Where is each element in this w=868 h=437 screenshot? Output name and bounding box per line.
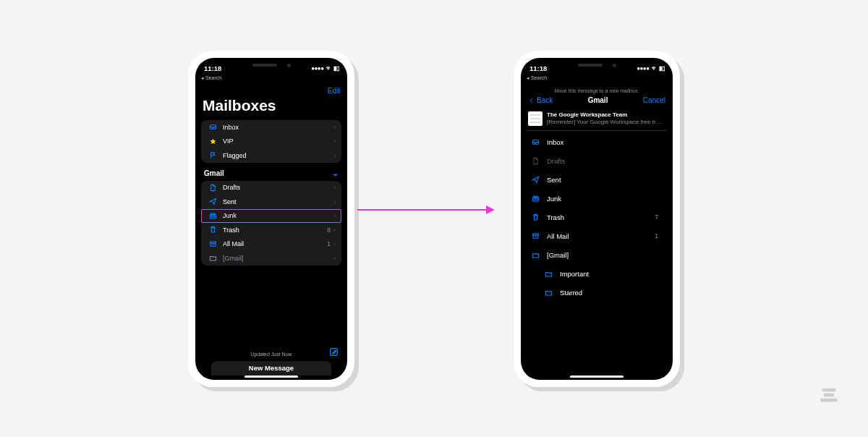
updated-status: Updated Just Now — [195, 352, 347, 357]
folder-icon — [528, 251, 542, 259]
junk-icon — [528, 195, 542, 203]
account-mailboxes: Drafts › Sent › Junk › — [201, 181, 341, 266]
chevron-down-icon: ⌄ — [332, 169, 339, 178]
row-flagged[interactable]: Flagged › — [201, 148, 341, 163]
phone-move-message: 11:18 ●●●●ᯤ▮▯ ◂ Search Move this message… — [514, 51, 680, 387]
folder-icon — [207, 254, 218, 262]
message-preview: The Google Workspace Team [Reminder] You… — [527, 110, 667, 131]
row-sent[interactable]: Sent › — [201, 195, 341, 209]
back-to-search[interactable]: ◂ Search — [201, 75, 221, 81]
dest-junk[interactable]: Junk — [527, 189, 667, 208]
row-drafts[interactable]: Drafts › — [201, 181, 341, 195]
row-trash[interactable]: Trash 8 › — [201, 223, 341, 237]
dest-drafts: Drafts — [527, 151, 667, 170]
status-icons: ●●●●ᯤ▮▯ — [637, 65, 664, 72]
dest-inbox[interactable]: Inbox — [527, 132, 667, 151]
chevron-right-icon: › — [333, 152, 336, 159]
chevron-right-icon: › — [333, 124, 336, 131]
dest-gmail-folder[interactable]: [Gmail] — [527, 245, 667, 264]
star-icon — [207, 137, 218, 145]
dest-allmail[interactable]: All Mail 1 — [527, 226, 667, 245]
clock: 11:18 — [529, 64, 547, 72]
row-gmail-folder[interactable]: [Gmail] › — [201, 251, 341, 266]
row-inbox[interactable]: Inbox › — [201, 120, 341, 135]
svg-rect-8 — [820, 399, 837, 402]
chevron-right-icon: › — [333, 137, 336, 145]
send-icon — [207, 198, 218, 205]
svg-rect-6 — [822, 389, 836, 392]
cancel-button[interactable]: Cancel — [643, 96, 665, 104]
send-icon — [528, 176, 542, 184]
dest-trash[interactable]: Trash 7 — [527, 208, 667, 226]
doc-icon — [207, 184, 218, 192]
trash-icon — [207, 226, 218, 234]
message-subject: [Reminder] Your Google Workspace free tr… — [547, 119, 663, 126]
phone-mailboxes: 11:18 ●●●●ᯤ▮▯ ◂ Search Edit Mailboxes In… — [188, 51, 354, 387]
trash-icon — [528, 213, 542, 221]
row-vip[interactable]: VIP › — [201, 135, 341, 149]
dest-important[interactable]: Important — [527, 264, 667, 283]
dest-sent[interactable]: Sent — [527, 170, 667, 189]
svg-marker-5 — [486, 205, 495, 214]
account-header[interactable]: Gmail ⌄ — [204, 169, 339, 178]
edit-button[interactable]: Edit — [328, 87, 340, 95]
tutorial-arrow-icon — [357, 203, 495, 217]
junk-icon — [207, 212, 218, 220]
move-instruction: Move this message to a new mailbox. — [527, 88, 667, 93]
primary-mailboxes: Inbox › VIP › Flagged › — [201, 120, 341, 163]
dest-starred[interactable]: Starred — [527, 283, 667, 302]
folder-icon — [541, 270, 556, 278]
doc-icon — [528, 157, 542, 165]
message-thumbnail-icon — [528, 111, 542, 126]
flag-icon — [207, 151, 218, 159]
new-message-sheet[interactable]: New Message — [211, 361, 331, 376]
home-indicator[interactable] — [570, 376, 624, 378]
notch — [234, 58, 309, 72]
clock: 11:18 — [204, 64, 221, 72]
inbox-icon — [528, 138, 542, 146]
back-to-search[interactable]: ◂ Search — [527, 75, 547, 81]
nav-title: Gmail — [588, 96, 608, 104]
home-indicator[interactable] — [244, 376, 298, 378]
watermark-icon — [819, 385, 839, 408]
archive-icon — [528, 232, 542, 240]
page-title: Mailboxes — [203, 97, 341, 114]
notch — [559, 58, 634, 72]
destination-folders: Inbox Drafts Sent Junk — [527, 132, 667, 302]
inbox-icon — [207, 123, 218, 131]
compose-button[interactable] — [329, 347, 339, 360]
folder-icon — [541, 289, 556, 297]
row-junk[interactable]: Junk › — [201, 209, 341, 224]
message-sender: The Google Workspace Team — [547, 111, 663, 119]
status-icons: ●●●●ᯤ▮▯ — [311, 65, 339, 72]
row-allmail[interactable]: All Mail 1 › — [201, 237, 341, 252]
back-button[interactable]: Back — [528, 96, 553, 104]
archive-icon — [207, 240, 218, 248]
svg-rect-7 — [824, 394, 834, 397]
